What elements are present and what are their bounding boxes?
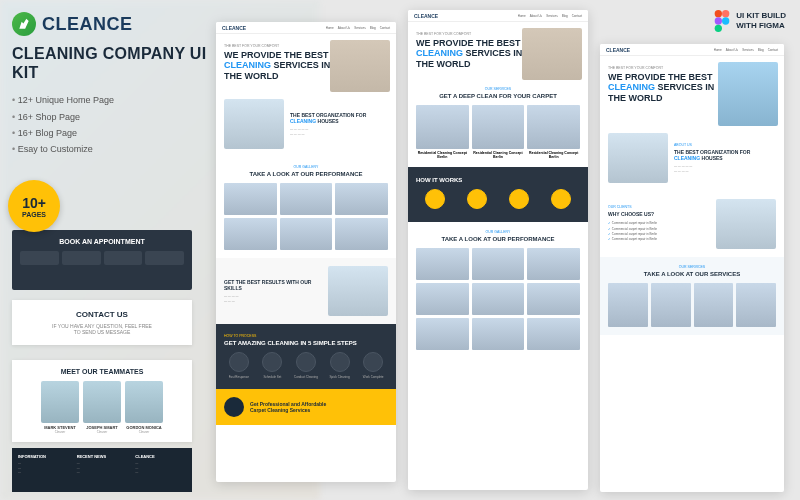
how-section: HOW IT WORKS [408, 167, 588, 222]
hero-image [522, 28, 582, 80]
badge-number: 10+ [22, 195, 46, 211]
hero-image [718, 62, 778, 126]
about-image [608, 133, 668, 183]
team-photo [125, 381, 163, 423]
feature-item: 12+ Unique Home Page [12, 92, 232, 108]
team-title: MEET OUR TEAMMATES [20, 368, 184, 375]
why-image [716, 199, 776, 249]
hero-section: THE BEST FOR YOUR COMFORT WE PROVIDE THE… [600, 56, 784, 125]
services-grid [608, 283, 776, 327]
appointment-card: BOOK AN APPOINTMENT [12, 230, 192, 290]
services-section: OUR SERVICES TAKE A LOOK AT OUR SERVICES [600, 257, 784, 335]
mockup-3: CLEANCE HomeAbout UsServicesBlogContact … [600, 44, 784, 492]
gallery-grid [224, 183, 388, 250]
product-subtitle: CLEANING COMPANY UI KIT [12, 44, 232, 82]
why-section: OUR CLIENTS WHY CHOOSE US? Commercial ca… [600, 191, 784, 257]
about-section: THE BEST ORGANIZATION FOR CLEANING HOUSE… [216, 91, 396, 157]
contact-card: CONTACT US IF YOU HAVE ANY QUESTION, FEE… [12, 300, 192, 345]
logo-icon [12, 12, 36, 36]
performance-section: OUR GALLERY TAKE A LOOK AT OUR PERFORMAN… [216, 157, 396, 258]
brand-name: CLEANCE [42, 14, 133, 35]
footer-card: INFORMATION——— RECENT NEWS——— CLEANCE——— [12, 448, 192, 492]
hero-section: THE BEST FOR YOUR COMFORT WE PROVIDE THE… [408, 22, 588, 79]
team-photo [41, 381, 79, 423]
gallery-image [224, 218, 277, 250]
gallery-image [335, 183, 388, 215]
svg-point-4 [715, 25, 722, 32]
feature-item: Esay to Customize [12, 141, 232, 157]
left-info-panel: CLEANCE CLEANING COMPANY UI KIT 12+ Uniq… [12, 12, 232, 157]
input-placeholder [20, 251, 59, 265]
mockup-header: CLEANCE HomeAbout UsServicesBlogContact [216, 22, 396, 34]
mockup-header: CLEANCE HomeAbout UsServicesBlogContact [408, 10, 588, 22]
feature-list: 12+ Unique Home Page 16+ Shop Page 16+ B… [12, 92, 232, 157]
gallery-image [280, 183, 333, 215]
figma-text: UI KIT BUILDWITH FIGMA [736, 11, 786, 30]
brand-logo: CLEANCE [12, 12, 232, 36]
appointment-title: BOOK AN APPOINTMENT [20, 238, 184, 245]
contact-title: CONTACT US [22, 310, 182, 319]
svg-point-0 [715, 10, 722, 17]
hero-image [330, 40, 390, 92]
team-member: MARK STEVENT Cleaner [41, 381, 79, 434]
input-placeholder [145, 251, 184, 265]
appointment-inputs [20, 251, 184, 265]
service-image [527, 105, 580, 149]
figma-icon [714, 10, 730, 32]
steps-section: HOW TO PROCESS GET AMAZING CLEANING IN 5… [216, 324, 396, 389]
checklist: Commercial carpet repair in Berlin Comme… [608, 221, 710, 243]
pages-badge: 10+ PAGES [8, 180, 60, 232]
mockup-1: CLEANCE HomeAbout UsServicesBlogContact … [216, 22, 396, 482]
performance-section: OUR GALLERY TAKE A LOOK AT OUR PERFORMAN… [408, 222, 588, 358]
badge-text: PAGES [22, 211, 46, 218]
service-image [416, 105, 469, 149]
team-member: GORDON MONICA Cleaner [125, 381, 163, 434]
service-grid: Residential Cleaning Concept Berlin Resi… [416, 105, 580, 159]
gallery-image [280, 218, 333, 250]
hero-section: THE BEST FOR YOUR COMFORT WE PROVIDE THE… [216, 34, 396, 91]
skills-image [328, 266, 388, 316]
skills-section: GET THE BEST RESULTS WITH OUR SKILLS— — … [216, 258, 396, 324]
input-placeholder [62, 251, 101, 265]
cta-icon [224, 397, 244, 417]
team-member: JOSEPH SMART Cleaner [83, 381, 121, 434]
figma-tag: UI KIT BUILDWITH FIGMA [714, 10, 786, 32]
about-image [224, 99, 284, 149]
mockup-nav: HomeAbout UsServicesBlogContact [326, 26, 390, 30]
steps-row: Fast Response Schedule Set Conduct Clean… [224, 352, 388, 379]
carpet-section: OUR SERVICES GET A DEEP CLEAN FOR YOUR C… [408, 79, 588, 167]
service-image [472, 105, 525, 149]
gallery-image [224, 183, 277, 215]
mockup-2: CLEANCE HomeAbout UsServicesBlogContact … [408, 10, 588, 490]
about-section: ABOUT US THE BEST ORGANIZATION FOR CLEAN… [600, 125, 784, 191]
mockup-header: CLEANCE HomeAbout UsServicesBlogContact [600, 44, 784, 56]
cta-bar: Get Professional and AffordableCarpet Cl… [216, 389, 396, 425]
team-row: MARK STEVENT Cleaner JOSEPH SMART Cleane… [20, 381, 184, 434]
input-placeholder [104, 251, 143, 265]
svg-point-3 [722, 17, 729, 24]
svg-point-2 [715, 17, 722, 24]
team-photo [83, 381, 121, 423]
feature-item: 16+ Shop Page [12, 109, 232, 125]
svg-point-1 [722, 10, 729, 17]
team-card: MEET OUR TEAMMATES MARK STEVENT Cleaner … [12, 360, 192, 442]
gallery-image [335, 218, 388, 250]
contact-line: TO SEND US MESSAGE [22, 329, 182, 335]
feature-item: 16+ Blog Page [12, 125, 232, 141]
gallery-grid [416, 248, 580, 350]
how-steps [416, 189, 580, 212]
